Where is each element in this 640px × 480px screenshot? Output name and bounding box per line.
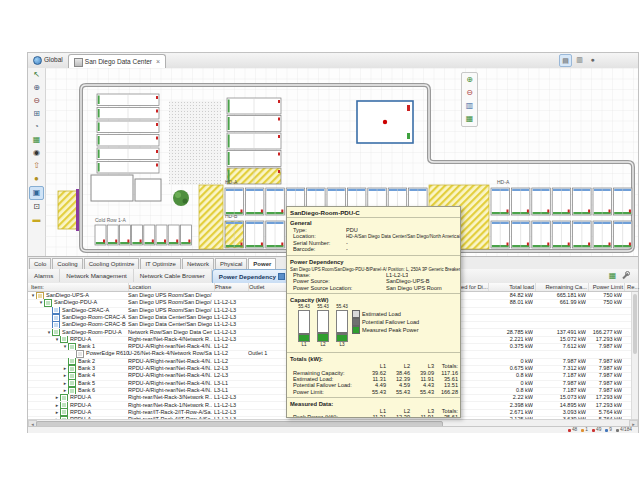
status-bar: 4814994/184 (28, 426, 638, 433)
remaining-cell: 665.181 kW (536, 292, 586, 299)
wrench-icon[interactable] (621, 271, 630, 280)
close-tab-icon[interactable]: × (156, 55, 160, 69)
column-header-remaining[interactable]: Remaining Ca... (536, 283, 589, 291)
bar-phase-label: L2 (317, 342, 329, 347)
alarm-counter[interactable]: 1 (581, 427, 588, 433)
globe-icon (33, 56, 42, 65)
panel-tab-label: Alarms (34, 269, 53, 282)
zoom-out-icon[interactable]: ⊖ (30, 95, 43, 107)
column-header-total[interactable]: Total load (483, 283, 536, 291)
column-header-phase[interactable]: Phase (214, 283, 249, 291)
item-tree-cell: SanDiego-Room-CRAC-B (30, 321, 142, 328)
rotate-view-icon[interactable]: ◔ (30, 121, 43, 133)
panel-tab-alarms[interactable]: Alarms (28, 269, 60, 282)
location-cell: RPDU-A/Right-rear/Net-Rack-4/N... (128, 365, 212, 372)
location-cell: Right-rear/Net-Rack-3/Network R... (128, 394, 212, 401)
item-name: Bank 3 (78, 365, 95, 372)
zoom-select-out-icon[interactable]: ⊖ (464, 87, 476, 99)
column-header-limit[interactable]: Power Limit (588, 283, 625, 291)
lock-icon[interactable]: ● (30, 173, 43, 185)
column-header-re[interactable]: Re... (626, 283, 640, 291)
alarm-counter[interactable]: 9 (605, 427, 612, 433)
column-header-item[interactable]: Item: (30, 283, 129, 291)
tooltip-key: Power Source Location: (293, 285, 352, 291)
vertical-scrollbar[interactable] (631, 292, 638, 419)
device-tooltip: SanDiego-Room-PDU-C General Type:PDULoca… (286, 206, 461, 418)
maximize-editor-icon[interactable]: ● (587, 54, 598, 65)
location-cell: Right-rear/Net-Rack-4/Network R... (128, 336, 212, 343)
item-tree-cell: ▾SanDiego-Room-PDU-A (30, 329, 142, 336)
layout-view-icon[interactable]: ▥ (464, 100, 476, 112)
grid-value: 55.43 (410, 389, 434, 395)
limit-cell: 7.987 kW (588, 387, 622, 394)
alarm-counter[interactable]: 4/184 (616, 427, 632, 433)
location-cell: Network Row/San Diego Data Cen... (128, 329, 212, 336)
rack-grid-icon[interactable]: ▦ (30, 134, 43, 146)
column-header-location[interactable]: Location (128, 283, 215, 291)
item-name: SanDiego-Room-PDU-A (62, 329, 122, 336)
pdu-icon (60, 336, 68, 343)
editor-tab[interactable]: San Diego Data Center× (68, 54, 166, 69)
pdu-icon (52, 329, 60, 336)
alarm-counter[interactable]: 48 (568, 427, 577, 433)
phase-cell: L1-L2-L3 (214, 336, 246, 343)
alarm-dot-icon (592, 429, 595, 432)
general-heading: General (290, 220, 457, 226)
select-arrow-icon[interactable]: ↖ (30, 69, 43, 81)
tooltip-value: - (346, 246, 348, 252)
outlet-cell: Outlet 1 (248, 350, 288, 357)
limit-cell: 7.987 kW (588, 365, 622, 372)
crac-icon (52, 314, 60, 321)
pdu-icon (44, 299, 52, 306)
overlay-tool-icon[interactable]: ▣ (29, 186, 44, 200)
table-view-icon[interactable]: ▦ (464, 113, 476, 125)
equipment-box[interactable] (135, 179, 161, 201)
minimize-editor-icon[interactable]: ▥ (574, 54, 585, 65)
phase-cell: L1-L2 (214, 343, 246, 350)
location-cell: San Diego Data Center/San Diego/... (128, 314, 212, 321)
column-header-outlet[interactable]: Outlet (248, 283, 291, 291)
map-toolbar-right: ⊕⊖▥▦ (461, 72, 478, 127)
zoom-in-icon[interactable]: ⊕ (30, 82, 43, 94)
location-cell: Right-rear/IT-Rack-2/IT-Row-A/Sa... (128, 409, 212, 416)
alarm-counter[interactable]: 49 (592, 427, 601, 433)
panel-tab-label: Network Management (66, 269, 127, 282)
location-cell: RPDU-A/Right-rear/Net-Rack-4/N... (128, 387, 212, 394)
camera-icon[interactable]: ◉ (30, 147, 43, 159)
location-cell: San Diego Data Center/San Diego/... (128, 321, 212, 328)
alarm-count: 9 (609, 427, 612, 433)
total-cell: 2.398 kW (483, 402, 533, 409)
grid-value: 11.31 (362, 414, 386, 418)
item-tree-cell: ▾SanDiego-PDU-A (30, 299, 134, 306)
legend-chip-icon (352, 318, 360, 326)
power-zone-hatch[interactable] (58, 191, 78, 229)
pdu-icon (68, 380, 76, 387)
total-cell: 28.785 kW (483, 329, 533, 336)
export-icon[interactable]: ⇧ (30, 160, 43, 172)
crop-icon[interactable]: ⊡ (30, 201, 43, 213)
crac-icon (52, 307, 60, 314)
panel-tab-power-dependency[interactable]: Power Dependency (212, 269, 292, 283)
capacity-heading: Capacity (kW) (290, 297, 457, 303)
pdu-icon (68, 365, 76, 372)
measure-icon[interactable]: ▬ (30, 214, 43, 226)
failover-load-fill (318, 332, 328, 334)
panel-tab-label: Power Dependency (219, 270, 276, 283)
equipment-box[interactable] (91, 175, 133, 201)
panel-tab-network-management[interactable]: Network Management (60, 269, 134, 282)
legend-label: Potential Failover Load (362, 319, 419, 325)
pin-editor-icon[interactable]: ▤ (559, 54, 572, 67)
phase-cell: L2-L3 (214, 365, 246, 372)
remaining-cell: 137.491 kW (536, 329, 586, 336)
plant-icon (173, 190, 189, 206)
fit-view-icon[interactable]: ⊞ (30, 108, 43, 120)
location-cell: RPDU-A/Right-rear/Net-Rack-4/N... (128, 358, 212, 365)
zoom-select-in-icon[interactable]: ⊕ (464, 74, 476, 86)
pdu-icon (68, 343, 76, 350)
table-settings-icon[interactable]: ▦ (608, 271, 617, 280)
remaining-cell: 7.187 kW (536, 372, 586, 379)
legend-label: Estimated Load (362, 311, 401, 317)
editor-tab[interactable]: Global (28, 53, 68, 67)
ups-unit[interactable] (357, 101, 413, 143)
panel-tab-network-cable-browser[interactable]: Network Cable Browser (134, 269, 212, 282)
